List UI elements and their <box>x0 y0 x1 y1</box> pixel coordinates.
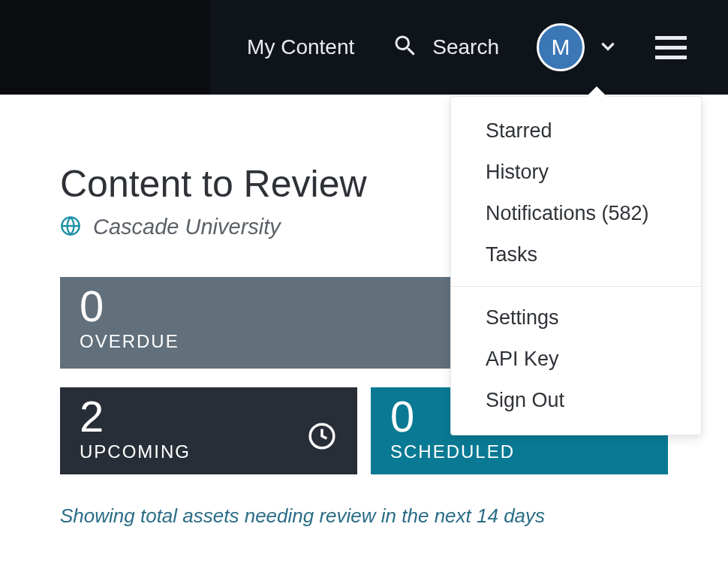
scheduled-label: SCHEDULED <box>390 441 648 462</box>
search-group[interactable]: Search <box>392 32 499 62</box>
my-content-link[interactable]: My Content <box>247 35 354 59</box>
search-label: Search <box>432 35 499 59</box>
hamburger-menu[interactable] <box>655 36 687 59</box>
topbar-left-block <box>0 0 210 95</box>
upcoming-label: UPCOMING <box>80 441 338 462</box>
upcoming-card[interactable]: 2 UPCOMING <box>60 387 357 474</box>
dropdown-item-sign-out[interactable]: Sign Out <box>451 380 701 421</box>
dropdown-item-tasks[interactable]: Tasks <box>451 234 701 275</box>
user-menu-trigger[interactable]: M <box>537 23 618 71</box>
dropdown-divider <box>451 286 701 287</box>
footnote: Showing total assets needing review in t… <box>60 504 668 528</box>
dropdown-item-api-key[interactable]: API Key <box>451 339 701 380</box>
dropdown-item-notifications[interactable]: Notifications (582) <box>451 193 701 234</box>
user-dropdown: Starred History Notifications (582) Task… <box>450 96 702 435</box>
dropdown-item-starred[interactable]: Starred <box>451 110 701 152</box>
dropdown-item-history[interactable]: History <box>451 152 701 193</box>
chevron-down-icon <box>598 36 618 59</box>
topbar-items: My Content Search M <box>247 23 687 71</box>
topbar: My Content Search M <box>0 0 728 95</box>
upcoming-value: 2 <box>80 395 338 438</box>
clock-icon <box>308 422 336 453</box>
avatar: M <box>537 23 585 71</box>
globe-icon <box>60 215 81 239</box>
search-icon <box>392 32 419 62</box>
subtitle-text: Cascade University <box>93 215 281 239</box>
dropdown-item-settings[interactable]: Settings <box>451 297 701 339</box>
